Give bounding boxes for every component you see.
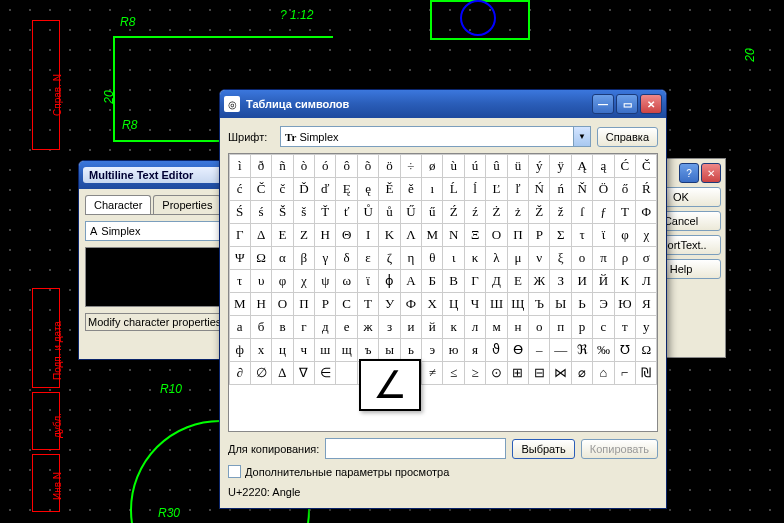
char-cell[interactable]: χ [293, 269, 315, 293]
char-cell[interactable]: ∅ [250, 361, 272, 385]
char-cell[interactable]: Ö [592, 177, 614, 201]
char-cell[interactable]: υ [250, 269, 272, 293]
help-icon[interactable]: ? [679, 163, 699, 183]
char-cell[interactable]: С [335, 292, 357, 316]
copy-input[interactable] [325, 438, 506, 459]
charmap-help-button[interactable]: Справка [597, 127, 658, 147]
char-cell[interactable]: ÷ [400, 154, 422, 178]
char-cell[interactable]: В [442, 269, 464, 293]
char-cell[interactable]: ь [400, 338, 422, 362]
char-cell[interactable]: û [485, 154, 507, 178]
char-cell[interactable]: ò [293, 154, 315, 178]
char-cell[interactable]: Ф [400, 292, 422, 316]
char-cell[interactable]: ö [378, 154, 400, 178]
char-cell[interactable]: ≥ [464, 361, 486, 385]
char-cell[interactable]: Щ [507, 292, 529, 316]
char-cell[interactable]: б [250, 315, 272, 339]
char-cell[interactable]: к [442, 315, 464, 339]
tab-character[interactable]: Character [85, 195, 151, 214]
char-cell[interactable]: Е [507, 269, 529, 293]
char-cell[interactable]: Ĺ [442, 177, 464, 201]
char-cell[interactable]: ϕ [378, 269, 400, 293]
char-cell[interactable]: õ [357, 154, 379, 178]
maximize-button[interactable]: ▭ [616, 94, 638, 114]
char-cell[interactable]: ø [421, 154, 443, 178]
char-cell[interactable]: ð [250, 154, 272, 178]
char-cell[interactable]: Э [592, 292, 614, 316]
char-cell[interactable]: Φ [635, 200, 657, 224]
char-cell[interactable]: Γ [229, 223, 251, 247]
char-cell[interactable]: ₪ [635, 361, 657, 385]
char-cell[interactable]: α [271, 246, 293, 270]
char-cell[interactable]: η [400, 246, 422, 270]
char-cell[interactable]: ę [357, 177, 379, 201]
char-cell[interactable]: Ц [442, 292, 464, 316]
char-cell[interactable]: ż [507, 200, 529, 224]
char-cell[interactable]: ℜ [571, 338, 593, 362]
char-cell[interactable]: ı [421, 177, 443, 201]
char-cell[interactable]: φ [271, 269, 293, 293]
char-cell[interactable]: μ [507, 246, 529, 270]
char-cell[interactable]: Ń [528, 177, 550, 201]
char-cell[interactable]: χ [635, 223, 657, 247]
char-cell[interactable]: Ś [229, 200, 251, 224]
char-cell[interactable]: Ű [400, 200, 422, 224]
mte-textarea[interactable] [85, 247, 225, 307]
char-cell[interactable]: ∂ [229, 361, 251, 385]
char-cell[interactable]: ľ [507, 177, 529, 201]
char-cell[interactable]: ∇ [293, 361, 315, 385]
char-cell[interactable]: ñ [271, 154, 293, 178]
char-cell[interactable]: ∈ [314, 361, 336, 385]
char-cell[interactable]: З [549, 269, 571, 293]
char-cell[interactable]: ú [464, 154, 486, 178]
char-cell[interactable]: Ρ [528, 223, 550, 247]
char-cell[interactable]: θ [421, 246, 443, 270]
char-cell[interactable]: ą [592, 154, 614, 178]
char-cell[interactable]: Ο [485, 223, 507, 247]
char-cell[interactable]: ÿ [549, 154, 571, 178]
char-cell[interactable]: е [335, 315, 357, 339]
char-cell[interactable]: Ů [357, 200, 379, 224]
char-cell[interactable]: ů [378, 200, 400, 224]
char-cell[interactable]: р [571, 315, 593, 339]
char-cell[interactable]: Ć [614, 154, 636, 178]
copy-button[interactable]: Копировать [581, 439, 658, 459]
char-cell[interactable]: ω [335, 269, 357, 293]
char-cell[interactable]: – [528, 338, 550, 362]
char-cell[interactable]: ű [421, 200, 443, 224]
char-cell[interactable]: Ю [614, 292, 636, 316]
char-cell[interactable]: Г [464, 269, 486, 293]
char-cell[interactable]: ν [528, 246, 550, 270]
char-cell[interactable]: ő [614, 177, 636, 201]
char-cell[interactable]: ť [335, 200, 357, 224]
char-cell[interactable]: ď [314, 177, 336, 201]
char-cell[interactable]: ⊟ [528, 361, 550, 385]
char-cell[interactable]: τ [571, 223, 593, 247]
char-cell[interactable]: Ě [378, 177, 400, 201]
char-cell[interactable]: γ [314, 246, 336, 270]
char-cell[interactable]: Š [271, 200, 293, 224]
char-cell[interactable]: Č [635, 154, 657, 178]
char-cell[interactable]: ι [442, 246, 464, 270]
char-cell[interactable]: Σ [549, 223, 571, 247]
char-cell[interactable]: ц [271, 338, 293, 362]
char-cell[interactable]: ⌐ [614, 361, 636, 385]
char-cell[interactable]: ĺ [464, 177, 486, 201]
char-cell[interactable]: й [421, 315, 443, 339]
char-cell[interactable]: К [614, 269, 636, 293]
char-cell[interactable]: Л [635, 269, 657, 293]
char-cell[interactable]: ρ [614, 246, 636, 270]
char-cell[interactable]: ń [549, 177, 571, 201]
char-cell[interactable]: ε [357, 246, 379, 270]
char-cell[interactable]: ж [357, 315, 379, 339]
chevron-down-icon[interactable]: ▼ [573, 127, 590, 146]
char-cell[interactable]: Ľ [485, 177, 507, 201]
char-cell[interactable]: ó [314, 154, 336, 178]
minimize-button[interactable]: ― [592, 94, 614, 114]
char-cell[interactable]: Κ [378, 223, 400, 247]
char-cell[interactable]: Д [485, 269, 507, 293]
char-cell[interactable]: Ν [442, 223, 464, 247]
char-cell[interactable]: δ [335, 246, 357, 270]
char-cell[interactable]: О [271, 292, 293, 316]
char-cell[interactable]: а [229, 315, 251, 339]
